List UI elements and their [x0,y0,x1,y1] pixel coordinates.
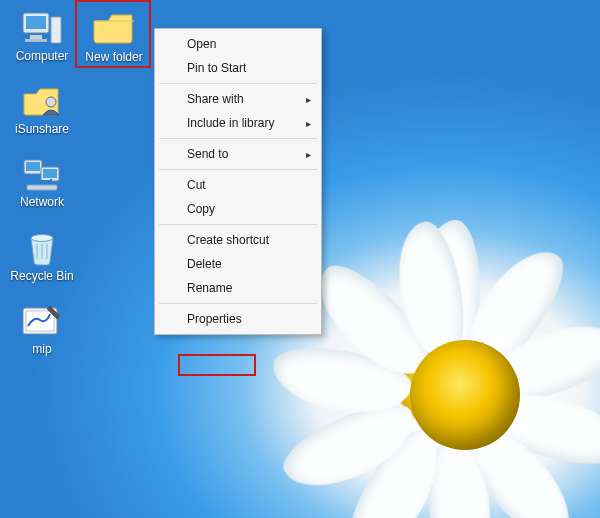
annotation-highlight-properties [178,354,256,376]
wallpaper-flower [300,220,600,518]
svg-rect-3 [30,35,42,39]
menu-item-include-in-library[interactable]: Include in library ▸ [157,111,319,135]
menu-item-rename[interactable]: Rename [157,276,319,300]
desktop-icon-label: New folder [85,50,142,64]
menu-item-label: Cut [187,178,206,192]
menu-separator [159,83,317,84]
svg-rect-10 [27,185,57,190]
menu-separator [159,303,317,304]
context-menu: Open Pin to Start Share with ▸ Include i… [154,28,322,335]
desktop-icon-label: iSunshare [15,123,69,136]
submenu-arrow-icon: ▸ [306,92,311,108]
menu-item-label: Open [187,37,216,51]
computer-icon [20,8,64,48]
menu-item-label: Include in library [187,116,274,130]
tablet-pen-icon [20,301,64,341]
desktop-icon-computer[interactable]: Computer [8,8,76,63]
desktop-icon-recycle-bin[interactable]: Recycle Bin [8,228,76,283]
desktop-icon-label: Network [20,196,64,209]
recycle-bin-icon [20,228,64,268]
menu-item-properties[interactable]: Properties [157,307,319,331]
svg-point-11 [31,234,53,241]
menu-item-cut[interactable]: Cut [157,173,319,197]
menu-separator [159,224,317,225]
svg-rect-7 [26,162,40,171]
desktop-icon-new-folder[interactable]: New folder [78,8,150,64]
network-icon [20,154,64,194]
menu-item-open[interactable]: Open [157,32,319,56]
desktop-icon-network[interactable]: Network [8,154,76,209]
desktop-icon-label: Recycle Bin [10,270,73,283]
menu-item-create-shortcut[interactable]: Create shortcut [157,228,319,252]
menu-item-label: Send to [187,147,228,161]
menu-separator [159,138,317,139]
svg-rect-9 [43,169,57,178]
menu-item-label: Create shortcut [187,233,269,247]
submenu-arrow-icon: ▸ [306,147,311,163]
desktop-icon-label: mip [32,343,51,356]
svg-rect-1 [26,16,46,29]
svg-rect-4 [25,39,47,42]
menu-item-delete[interactable]: Delete [157,252,319,276]
menu-item-pin-to-start[interactable]: Pin to Start [157,56,319,80]
menu-item-share-with[interactable]: Share with ▸ [157,87,319,111]
desktop-icon-label: Computer [16,50,69,63]
desktop-icon-isunshare[interactable]: iSunshare [8,81,76,136]
folder-icon [90,8,138,48]
svg-rect-2 [51,17,61,43]
menu-item-label: Copy [187,202,215,216]
menu-item-label: Delete [187,257,222,271]
menu-item-send-to[interactable]: Send to ▸ [157,142,319,166]
menu-separator [159,169,317,170]
menu-item-label: Share with [187,92,244,106]
desktop-icon-mip[interactable]: mip [8,301,76,356]
menu-item-label: Rename [187,281,232,295]
submenu-arrow-icon: ▸ [306,116,311,132]
folder-person-icon [20,81,64,121]
menu-item-copy[interactable]: Copy [157,197,319,221]
svg-point-5 [46,97,56,107]
menu-item-label: Pin to Start [187,61,246,75]
desktop-icon-column: Computer iSunshare Network [0,0,76,356]
menu-item-label: Properties [187,312,242,326]
